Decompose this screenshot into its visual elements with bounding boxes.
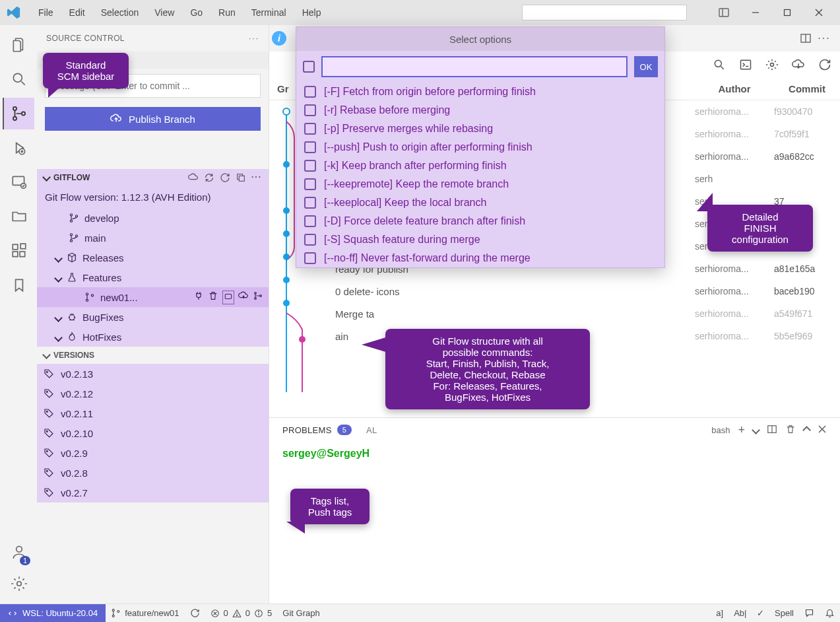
tab-terminal[interactable]: AL <box>366 425 377 435</box>
checkout-icon[interactable] <box>222 291 234 304</box>
explorer-icon[interactable] <box>3 29 34 61</box>
version-item[interactable]: v0.2.8 <box>37 463 269 483</box>
branch-develop[interactable]: develop <box>37 208 269 228</box>
command-center[interactable] <box>522 5 687 20</box>
close-button[interactable] <box>804 1 833 24</box>
account-icon[interactable]: 1 <box>3 536 34 568</box>
chevron-up-icon[interactable] <box>804 425 810 435</box>
close-panel-icon[interactable] <box>818 425 827 436</box>
version-item[interactable]: v0.2.9 <box>37 443 269 463</box>
refresh-icon[interactable] <box>204 172 214 183</box>
commit-row[interactable]: 0 delete- iconsserhioroma...baceb190 <box>269 280 840 302</box>
source-control-icon[interactable] <box>3 98 34 129</box>
sync-status[interactable] <box>185 608 205 618</box>
cloud-publish-icon[interactable] <box>238 291 249 304</box>
settings-gear-icon[interactable] <box>3 568 34 600</box>
version-item[interactable]: v0.2.11 <box>37 403 269 423</box>
option-checkbox[interactable] <box>304 104 316 116</box>
dropdown-option[interactable]: [-S] Squash feature during merge <box>296 230 664 249</box>
ok-button[interactable]: OK <box>634 56 658 77</box>
status-spell[interactable]: ✓ Spell <box>752 608 799 618</box>
col-commit[interactable]: Commit <box>774 78 840 100</box>
trash-icon[interactable] <box>208 291 218 304</box>
feature-new01[interactable]: new01... <box>37 287 269 307</box>
refresh-icon[interactable] <box>816 56 833 73</box>
gitgraph-status[interactable]: Git Graph <box>277 608 325 618</box>
version-item[interactable]: v0.2.7 <box>37 483 269 502</box>
select-all-checkbox[interactable] <box>303 61 315 73</box>
publish-branch-button[interactable]: Publish Branch <box>45 107 261 131</box>
dropdown-option[interactable]: [-D] Force delete feature branch after f… <box>296 212 664 230</box>
new-terminal-icon[interactable]: + <box>738 423 745 437</box>
split-terminal-icon[interactable] <box>767 424 777 436</box>
feedback-icon[interactable] <box>799 608 820 618</box>
chevron-down-icon[interactable] <box>753 425 759 435</box>
option-checkbox[interactable] <box>304 252 316 264</box>
bookmark-icon[interactable] <box>3 269 34 301</box>
dropdown-option[interactable]: [--keeplocal] Keep the local branch <box>296 193 664 212</box>
shell-label[interactable]: bash <box>711 425 730 435</box>
status-misc[interactable]: a] <box>711 608 728 618</box>
option-checkbox[interactable] <box>304 141 316 153</box>
debug-icon[interactable] <box>3 132 34 164</box>
bell-icon[interactable] <box>820 608 840 618</box>
menu-go[interactable]: Go <box>183 5 209 20</box>
extensions-icon[interactable] <box>3 235 34 267</box>
dropdown-option[interactable]: [-p] Preserve merges while rebasing <box>296 120 664 138</box>
menu-help[interactable]: Help <box>296 5 328 20</box>
gear-icon[interactable] <box>763 56 781 73</box>
more-icon[interactable]: ··· <box>815 29 833 48</box>
menu-edit[interactable]: Edit <box>63 5 92 20</box>
hotfixes-node[interactable]: HotFixes <box>37 327 269 347</box>
dropdown-option[interactable]: [-k] Keep branch after performing finish <box>296 156 664 175</box>
menu-view[interactable]: View <box>148 5 181 20</box>
status-ab[interactable]: Ab| <box>728 608 752 618</box>
collapse-icon[interactable] <box>236 172 246 183</box>
tab-problems[interactable]: PROBLEMS5 <box>282 425 352 435</box>
option-checkbox[interactable] <box>304 123 316 135</box>
col-author[interactable]: Author <box>695 78 774 100</box>
menu-run[interactable]: Run <box>212 5 242 20</box>
option-checkbox[interactable] <box>304 215 316 227</box>
branch-indicator[interactable]: feature/new01 <box>106 608 184 618</box>
dropdown-option[interactable]: [-r] Rebase before merging <box>296 101 664 120</box>
dropdown-option[interactable]: [-F] Fetch from origin before performing… <box>296 83 664 101</box>
option-checkbox[interactable] <box>304 178 316 190</box>
maximize-button[interactable] <box>773 1 802 24</box>
version-item[interactable]: v0.2.12 <box>37 384 269 403</box>
folder-icon[interactable] <box>3 201 34 232</box>
problems-status[interactable]: 0 0 5 <box>205 608 278 618</box>
search-icon[interactable] <box>711 56 728 73</box>
dropdown-option[interactable]: [--keepremote] Keep the remote branch <box>296 175 664 193</box>
more-icon[interactable]: ··· <box>251 172 262 183</box>
plug-icon[interactable] <box>193 291 204 304</box>
minimize-button[interactable] <box>741 1 770 24</box>
dropdown-filter-input[interactable] <box>321 56 628 77</box>
info-icon[interactable]: i <box>272 31 286 46</box>
menu-terminal[interactable]: Terminal <box>245 5 293 20</box>
rebase-icon[interactable] <box>253 291 263 304</box>
menu-selection[interactable]: Selection <box>94 5 146 20</box>
version-item[interactable]: v0.2.10 <box>37 423 269 443</box>
releases-node[interactable]: Releases <box>37 248 269 267</box>
remote-indicator[interactable]: WSL: Ubuntu-20.04 <box>0 604 106 622</box>
version-item[interactable]: v0.2.13 <box>37 364 269 384</box>
sync-icon[interactable] <box>220 172 230 183</box>
section-versions-header[interactable]: VERSIONS <box>37 347 269 364</box>
menu-file[interactable]: File <box>32 5 60 20</box>
layout-icon[interactable] <box>709 1 738 24</box>
remote-explorer-icon[interactable] <box>3 166 34 198</box>
section-gitflow-header[interactable]: GITFLOW ··· <box>37 169 269 186</box>
terminal-icon[interactable] <box>737 56 754 73</box>
more-icon[interactable]: ··· <box>249 34 259 43</box>
bugfixes-node[interactable]: BugFixes <box>37 307 269 327</box>
dropdown-option[interactable]: [--no-ff] Never fast-forward during the … <box>296 249 664 267</box>
split-editor-icon[interactable] <box>796 29 815 48</box>
fetch-icon[interactable] <box>790 56 807 73</box>
option-checkbox[interactable] <box>304 197 316 209</box>
features-node[interactable]: Features <box>37 267 269 287</box>
option-checkbox[interactable] <box>304 160 316 172</box>
branch-main[interactable]: main <box>37 228 269 248</box>
option-checkbox[interactable] <box>304 86 316 98</box>
option-checkbox[interactable] <box>304 234 316 246</box>
